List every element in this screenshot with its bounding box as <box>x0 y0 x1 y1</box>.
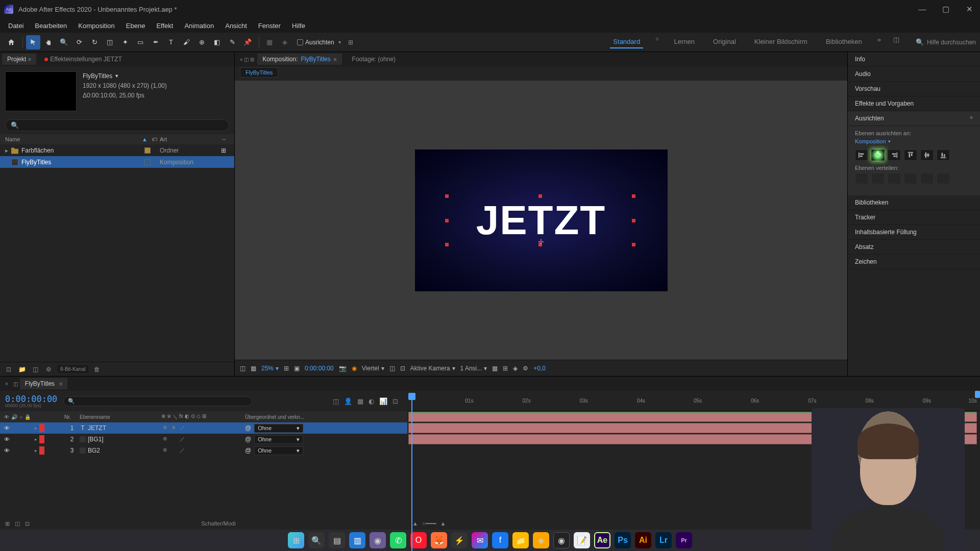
frame-blend-icon[interactable]: ▦ <box>357 397 363 405</box>
tool-extra-2[interactable]: ◈ <box>278 35 292 49</box>
menu-ebene[interactable]: Ebene <box>121 20 151 32</box>
exposure[interactable]: +0,0 <box>533 365 546 372</box>
type-tool[interactable]: T <box>164 35 178 49</box>
footage-tab[interactable]: Footage: (ohne) <box>352 56 396 63</box>
close-button[interactable]: ✕ <box>965 5 974 14</box>
delete-icon[interactable]: 🗑 <box>92 365 102 374</box>
taskbar-search[interactable]: 🔍 <box>308 532 325 548</box>
graph-editor-icon[interactable]: 📊 <box>379 397 387 405</box>
snap-magnet-icon[interactable]: ⊞ <box>348 39 353 46</box>
taskbar-obs[interactable]: ◉ <box>553 532 570 548</box>
taskbar-facebook[interactable]: f <box>492 532 508 548</box>
workspace-original[interactable]: Original <box>710 36 739 48</box>
taskbar-app[interactable]: ◉ <box>370 532 386 548</box>
taskbar-after-effects[interactable]: Ae <box>594 532 610 548</box>
align-left-button[interactable] <box>855 149 868 161</box>
pickwhip-icon[interactable]: @ <box>245 436 251 443</box>
align-right-button[interactable] <box>888 149 901 161</box>
taskbar-notes[interactable]: 📝 <box>574 532 590 548</box>
toggle-in-out-icon[interactable]: ⊡ <box>25 520 30 527</box>
align-top-button[interactable] <box>904 149 917 161</box>
rotation-tool[interactable]: ↻ <box>87 35 102 49</box>
panel-info[interactable]: Info <box>848 52 980 67</box>
project-tab[interactable]: Projekt ≡ <box>2 54 36 65</box>
help-search[interactable]: 🔍 Hilfe durchsuchen <box>916 38 976 46</box>
zoom-tool[interactable]: 🔍 <box>57 35 71 49</box>
menu-effekt[interactable]: Effekt <box>151 20 178 32</box>
panel-vorschau[interactable]: Vorschau <box>848 82 980 96</box>
menu-hilfe[interactable]: Hilfe <box>287 20 310 32</box>
pen-tool[interactable]: ✒ <box>149 35 163 49</box>
fast-draft-icon[interactable]: ⊞ <box>503 365 508 372</box>
taskbar-opera[interactable]: O <box>410 532 427 548</box>
taskbar-app3[interactable]: ◈ <box>533 532 549 548</box>
panel-bibliotheken[interactable]: Bibliotheken <box>848 195 980 210</box>
project-search[interactable]: 🔍 <box>5 119 229 131</box>
menu-animation[interactable]: Animation <box>179 20 219 32</box>
zoom-in-icon[interactable]: ▲ <box>440 520 446 527</box>
new-folder-icon[interactable]: 📁 <box>17 365 27 374</box>
resolution-icon[interactable]: ⊞ <box>284 365 289 372</box>
brain-icon[interactable]: ⊡ <box>393 397 398 405</box>
start-button[interactable]: ⊞ <box>288 532 304 548</box>
taskbar-lightroom[interactable]: Lr <box>655 532 672 548</box>
resolution-dropdown[interactable]: Viertel ▾ <box>362 365 384 372</box>
timeline-tab[interactable]: FlyByTitles ≡ <box>20 378 67 389</box>
flowchart-breadcrumb[interactable]: FlyByTitles <box>240 67 278 78</box>
brush-tool[interactable]: 🖌 <box>179 35 193 49</box>
puppet-tool[interactable]: 📌 <box>240 35 255 49</box>
composition-tab[interactable]: Komposition: FlyByTitles ≡ <box>257 54 341 65</box>
parent-dropdown[interactable]: Ohne▾ <box>254 446 303 455</box>
workspace-standard[interactable]: Standard <box>610 36 643 48</box>
preview-time[interactable]: 0:00:00:00 <box>305 365 334 372</box>
menu-fenster[interactable]: Fenster <box>253 20 286 32</box>
taskbar-whatsapp[interactable]: ✆ <box>390 532 406 548</box>
eraser-tool[interactable]: ◧ <box>210 35 224 49</box>
snap-checkbox[interactable] <box>297 39 303 45</box>
pixel-aspect-icon[interactable]: ▦ <box>492 365 498 372</box>
zoom-out-icon[interactable]: ▲ <box>412 520 418 527</box>
always-preview-icon[interactable]: ◫ <box>240 365 246 372</box>
3d-icon[interactable]: ◈ <box>513 365 518 372</box>
comp-nav-icon[interactable]: « ◫ ⊞ <box>237 57 257 62</box>
selection-tool[interactable] <box>26 35 40 49</box>
roto-tool[interactable]: ✎ <box>225 35 239 49</box>
taskbar-explorer[interactable]: ▥ <box>349 532 365 548</box>
menu-bearbeiten[interactable]: Bearbeiten <box>30 20 72 32</box>
hand-tool[interactable] <box>41 35 56 49</box>
taskbar-premiere[interactable]: Pr <box>676 532 692 548</box>
fast-preview-icon[interactable]: ◫ <box>389 365 395 372</box>
rectangle-tool[interactable]: ▭ <box>133 35 148 49</box>
transparency-grid-icon[interactable]: ▦ <box>251 365 256 372</box>
timeline-icon[interactable]: ⊡ <box>400 365 405 372</box>
current-time[interactable]: 0:00:00:00 <box>5 394 57 404</box>
home-icon[interactable] <box>4 35 18 49</box>
project-settings-icon[interactable]: ⚙ <box>44 365 53 374</box>
effect-controls-tab[interactable]: Effekteinstellungen JETZT <box>44 56 122 63</box>
menu-datei[interactable]: Datei <box>3 20 29 32</box>
panel-absatz[interactable]: Absatz <box>848 240 980 255</box>
shy-icon[interactable]: 👤 <box>344 397 352 405</box>
panel-audio[interactable]: Audio <box>848 67 980 82</box>
layer-row-1[interactable]: 👁 ▸ 1 TJETZT ⊛※／ @Ohne▾ <box>0 422 407 434</box>
project-row-folder[interactable]: ▸ Farbflächen Ordner ⊞ <box>0 144 234 156</box>
interpret-footage-icon[interactable]: ⊡ <box>4 365 13 374</box>
snap-options-icon[interactable]: ▾ <box>338 39 341 45</box>
title-text-layer[interactable]: JETZT <box>476 197 606 244</box>
motion-blur-icon[interactable]: ◐ <box>369 397 374 405</box>
orbit-tool[interactable]: ⟳ <box>72 35 86 49</box>
toggle-switches-icon[interactable]: ⊞ <box>5 520 10 527</box>
parent-dropdown[interactable]: Ohne▾ <box>254 424 303 433</box>
menu-komposition[interactable]: Komposition <box>73 20 120 32</box>
layer-row-2[interactable]: 👁 ▸ 2 [BG1] ⊛／ @Ohne▾ <box>0 434 407 445</box>
camera-dropdown[interactable]: Aktive Kamera ▾ <box>410 365 455 372</box>
roi-icon[interactable]: ▣ <box>294 365 300 372</box>
timeline-search[interactable]: 🔍 <box>63 396 252 406</box>
align-horizontal-center-button[interactable]: ↖ <box>871 149 885 161</box>
work-area-end[interactable] <box>975 391 980 398</box>
pickwhip-icon[interactable]: @ <box>245 424 251 432</box>
align-to-dropdown[interactable]: Komposition ▾ <box>855 138 973 144</box>
pickwhip-icon[interactable]: @ <box>245 447 251 454</box>
align-vertical-center-button[interactable] <box>920 149 934 161</box>
comp-button-icon[interactable]: ◫ <box>333 397 339 405</box>
